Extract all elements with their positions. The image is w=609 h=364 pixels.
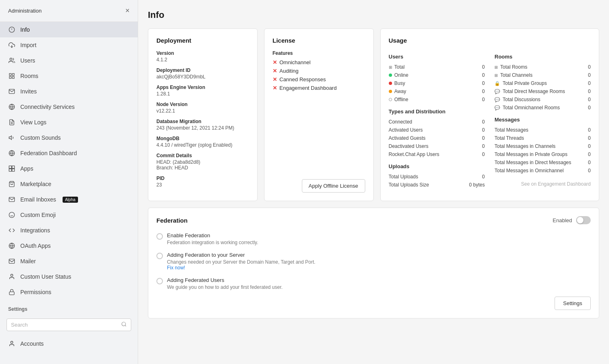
sidebar-item-label: Email Inboxes — [20, 196, 56, 203]
usage-right-col: Rooms ⊞ Total Rooms 0 ⊞ Total Channels — [494, 50, 591, 189]
svg-rect-5 — [9, 74, 11, 76]
sidebar-item-mailer[interactable]: Mailer — [0, 254, 138, 269]
usage-card: Usage Users ⊞ Total 0 On — [380, 28, 600, 201]
usage-deactivated-users: Deactivated Users 0 — [389, 142, 485, 150]
features-label: Features — [273, 50, 365, 56]
svg-point-27 — [11, 274, 13, 276]
emailinboxes-icon — [8, 196, 15, 203]
svg-rect-18 — [9, 169, 11, 171]
feature-engagement: ✕ Engagement Dashboard — [273, 85, 365, 91]
usage-total-threads: Total Threads 0 — [494, 134, 591, 142]
sidebar-item-label: Connectivity Services — [20, 104, 75, 110]
sidebar-item-label: Users — [20, 57, 35, 64]
sidebar-item-label: Custom Emoji — [20, 212, 56, 218]
usage-messages-dm: Total Messages in Direct Messages 0 — [494, 158, 591, 167]
fed-option-1-content: Enable Federation Federation integration… — [167, 232, 258, 245]
apps-icon — [8, 165, 15, 172]
feature-x-icon: ✕ — [273, 76, 277, 82]
deployment-pid: PID 23 — [156, 176, 249, 188]
federation-options: Enable Federation Federation integration… — [156, 232, 591, 290]
license-card: License Features ✕ Omnichannel ✕ Auditin… — [264, 28, 374, 201]
svg-marker-13 — [9, 136, 11, 139]
sidebar-item-invites[interactable]: Invites — [0, 84, 138, 99]
fed-radio-2[interactable] — [156, 253, 163, 259]
types-section-title: Types and Distribution — [389, 108, 485, 115]
sidebar-item-federation[interactable]: Federation Dashboard — [0, 145, 138, 161]
channels-grid-icon: ⊞ — [494, 73, 498, 78]
sidebar-item-label: Custom User Status — [20, 273, 71, 280]
rooms-grid-icon: ⊞ — [494, 65, 498, 69]
fed-radio-3[interactable] — [156, 278, 163, 284]
usage-busy: Busy 0 — [389, 79, 485, 87]
accounts-icon — [8, 340, 15, 347]
svg-rect-26 — [9, 259, 14, 264]
sidebar-header: Administration × — [0, 0, 138, 22]
sidebar-item-marketplace[interactable]: Marketplace — [0, 176, 138, 192]
sidebar-item-accounts[interactable]: Accounts — [0, 336, 138, 351]
deployment-commit: Commit Details HEAD: (2aba8d2d8) Branch:… — [156, 153, 249, 171]
import-icon — [8, 41, 15, 49]
federation-toggle[interactable] — [576, 216, 591, 224]
feature-x-icon: ✕ — [273, 68, 277, 74]
sidebar-item-label: Federation Dashboard — [20, 150, 77, 156]
usage-away: Away 0 — [389, 87, 485, 95]
usage-uploads-size: Total Uploads Size 0 bytes — [389, 181, 485, 189]
sidebar-item-permissions[interactable]: Permissions — [0, 284, 138, 300]
federation-footer: Settings — [156, 297, 591, 310]
federation-settings-button[interactable]: Settings — [555, 297, 591, 310]
settings-section-label: Settings — [0, 300, 138, 315]
sidebar-item-info[interactable]: Info — [0, 22, 138, 37]
fed-option-3-content: Adding Federated Users We guide you on h… — [167, 277, 283, 290]
permissions-icon — [8, 288, 15, 296]
sidebar-item-label: OAuth Apps — [20, 243, 51, 249]
federation-card: Federation Enabled Enable Federation Fed… — [148, 208, 599, 318]
sidebar-title: Administration — [8, 8, 41, 14]
sidebar-item-emailinboxes[interactable]: Email Inboxes Alpha — [0, 192, 138, 207]
sidebar-item-customuserstatus[interactable]: Custom User Status — [0, 269, 138, 284]
federation-header: Federation Enabled — [156, 216, 591, 224]
away-dot — [389, 90, 392, 93]
sidebar-item-users[interactable]: Users — [0, 53, 138, 68]
fix-now-link[interactable]: Fix now! — [167, 265, 185, 271]
federation-option-1: Enable Federation Federation integration… — [156, 232, 591, 245]
usage-messages-omnichannel: Total Messages in Omnichannel 0 — [494, 167, 591, 175]
sidebar-item-import[interactable]: Import — [0, 37, 138, 53]
sidebar-item-customsounds[interactable]: Custom Sounds — [0, 130, 138, 145]
federation-enabled-label: Enabled — [553, 217, 572, 223]
toggle-knob — [577, 217, 583, 223]
sidebar-item-apps[interactable]: Apps — [0, 161, 138, 176]
sidebar-item-label: Integrations — [20, 227, 50, 234]
see-engagement-link[interactable]: See on Engagement Dashboard — [494, 181, 591, 187]
sidebar-item-label: Custom Sounds — [20, 134, 61, 141]
sidebar-item-label: Marketplace — [20, 181, 51, 187]
sidebar-item-oauthapps[interactable]: OAuth Apps — [0, 238, 138, 254]
svg-rect-19 — [12, 169, 15, 171]
fed-radio-1[interactable] — [156, 233, 163, 240]
sidebar-item-integrations[interactable]: Integrations — [0, 223, 138, 238]
usage-messages-channels: Total Messages in Channels 0 — [494, 142, 591, 150]
sidebar-item-viewlogs[interactable]: View Logs — [0, 115, 138, 130]
fed-option-1-desc: Federation integration is working correc… — [167, 240, 258, 245]
nav-list: Info Import Users Rooms — [0, 22, 138, 300]
usage-left-col: Users ⊞ Total 0 Online 0 — [389, 50, 485, 189]
svg-rect-7 — [9, 76, 11, 78]
sidebar-item-customemoji[interactable]: Custom Emoji — [0, 207, 138, 223]
integrations-icon — [8, 227, 15, 234]
deployment-apps-engine: Apps Engine Version 1.28.1 — [156, 84, 249, 97]
svg-point-29 — [122, 322, 126, 326]
close-button[interactable]: × — [125, 6, 130, 15]
federation-option-2: Adding Federation to your Server Changes… — [156, 252, 591, 271]
fed-option-2-title: Adding Federation to your Server — [167, 252, 315, 258]
fed-option-1-title: Enable Federation — [167, 232, 258, 238]
sidebar-item-connectivity[interactable]: Connectivity Services — [0, 99, 138, 115]
usage-card-title: Usage — [389, 37, 591, 44]
usage-messages-private: Total Messages in Private Groups 0 — [494, 150, 591, 158]
sidebar-item-label: Import — [20, 42, 37, 48]
sidebar-item-rooms[interactable]: Rooms — [0, 68, 138, 84]
apply-offline-license-button[interactable]: Apply Offline License — [302, 179, 365, 193]
feature-canned: ✕ Canned Responses — [273, 76, 365, 82]
online-dot — [389, 74, 392, 77]
discussions-icon: 💬 — [494, 97, 500, 102]
search-input[interactable] — [11, 322, 118, 328]
sidebar-item-label: Rooms — [20, 73, 38, 79]
